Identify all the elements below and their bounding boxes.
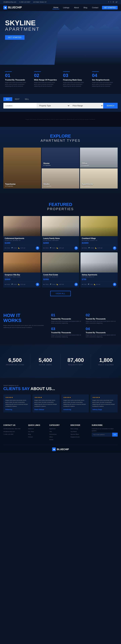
footer-cat-link-4[interactable]: Office (49, 436, 67, 438)
social-linkedin[interactable]: in (113, 1, 114, 3)
explore-title: EXPLORE APARTMENT TYPES (3, 134, 118, 142)
footer-cat-link-3[interactable]: Commercial (49, 433, 67, 435)
footer-cat-link-2[interactable]: Villa (49, 431, 67, 432)
apt-sub-townhome: 12 Properties (5, 185, 16, 187)
property-card-4[interactable]: FOR RENT Gorgeous Villa Bay 5 Bay Drive,… (3, 252, 41, 288)
prop-features-3: 🛏4 Beds 🚿3 Baths 📐3,100 sqft ❤ (82, 245, 116, 250)
footer: Contact Us 123 Business Ave, New York in… (0, 419, 121, 453)
prop-info-2: Luxury Family Home 22 Oak Street, Manhat… (42, 236, 79, 251)
footer-cat-link-5[interactable]: Condo (49, 439, 67, 440)
prop-info-5: Condo Real Estate 101 Park Ave, Bronx, N… (42, 272, 79, 288)
prop-favorite-2[interactable]: ❤ (74, 246, 78, 250)
prop-favorite-4[interactable]: ❤ (36, 283, 39, 286)
search-tab-sell[interactable]: Sell (22, 97, 32, 101)
stat-item-1: 6,500 Properties Listed (0, 354, 30, 369)
footer-disc-link-2[interactable]: Top Rated (70, 431, 88, 432)
feature-desc-4: Augue duis luctus accumsan lorem ipsum d… (92, 82, 116, 87)
prop-name-1: Cottonwood Apartments (5, 238, 39, 239)
subscribe-form: GO (92, 433, 118, 436)
testimonial-4: ★★★★★ Augue duis luctus accumsan lorem i… (90, 394, 118, 412)
prop-info-3: Creekland Village 89 Creek Rd, Queens, N… (80, 236, 118, 251)
nav-home[interactable]: Home (52, 6, 59, 9)
footer-disc-link-1[interactable]: New Listings (70, 428, 88, 430)
testimonial-1: ★★★★★ Augue duis luctus accumsan lorem i… (3, 394, 31, 412)
stat-item-3: 87,400 Requests Sent (61, 354, 91, 369)
search-type-select[interactable]: Property Type Apartment House Office (37, 103, 70, 108)
explore-title-line1: EXPLORE (3, 134, 118, 139)
social-twitter[interactable]: t (110, 1, 111, 3)
apt-card-studio[interactable]: Studio 15 Properties (42, 168, 79, 188)
prop-info-6: Salway Apartments 300 Salway Blvd, NJ $7… (80, 272, 118, 288)
social-facebook[interactable]: f (108, 1, 109, 3)
prop-sqft-2: 📐2,400 sqft (57, 247, 64, 249)
prop-features-2: 🛏3 Beds 🚿2 Baths 📐2,400 sqft ❤ (43, 245, 78, 250)
prop-favorite-6[interactable]: ❤ (113, 283, 116, 286)
prop-favorite-3[interactable]: ❤ (113, 246, 116, 250)
footer-quick-link-1[interactable]: About Us (28, 428, 46, 430)
properties-grid: FOR SALE Cottonwood Apartments 14 Birch … (3, 216, 118, 288)
prop-sqft-4: 📐4,500 sqft (18, 284, 25, 285)
prop-baths-2: 🚿2 Baths (50, 247, 56, 249)
search-button[interactable]: SEARCH (103, 103, 118, 108)
footer-quick-link-3[interactable]: Blog (28, 433, 46, 435)
footer-quick-link-4[interactable]: Contact (28, 436, 46, 438)
property-card-6[interactable]: FOR RENT Salway Apartments 300 Salway Bl… (80, 252, 118, 288)
logo[interactable]: ◆ BLUECHIP (3, 6, 22, 10)
search-tab-buy[interactable]: Buy (3, 97, 12, 101)
footer-grid: Contact Us 123 Business Ave, New York in… (3, 424, 118, 442)
hero-cta-button[interactable]: GET STARTED (5, 35, 25, 40)
subscribe-email-input[interactable] (92, 433, 112, 436)
footer-contact-addr: 123 Business Ave, New York (3, 428, 25, 430)
footer-subscribe-desc: Subscribe to our newsletter for latest u… (92, 428, 118, 432)
search-price-select[interactable]: Price Range $500 - $1000 $1000 - $2000 $… (70, 103, 103, 108)
apt-card-townhome[interactable]: Townhome 12 Properties (3, 148, 41, 188)
prop-name-6: Salway Apartments (82, 274, 116, 276)
apt-card-office[interactable]: Office 6 Properties (80, 148, 118, 168)
property-card-3[interactable]: FOR SALE Creekland Village 89 Creek Rd, … (80, 216, 118, 251)
stars-2: ★★★★★ (35, 396, 58, 398)
stars-1: ★★★★★ (5, 396, 29, 398)
apt-card-apartments[interactable]: Apartments 24 Properties (80, 168, 118, 188)
nav-about[interactable]: About (73, 6, 80, 9)
prop-beds-5: 🛏2 Beds (43, 284, 49, 285)
nav-contact[interactable]: Contact (91, 6, 99, 9)
apt-label-house: House (43, 162, 51, 164)
property-card-2[interactable]: HOT Luxury Family Home 22 Oak Street, Ma… (42, 216, 79, 251)
apt-sub-studio: 15 Properties (43, 185, 51, 187)
prop-baths-5: 🚿2 Baths (50, 284, 56, 285)
feature-item-4: 04 See Neighborhoods Augue duis luctus a… (90, 70, 118, 89)
nav-blog[interactable]: Blog (82, 6, 88, 9)
search-tab-rent[interactable]: Rent (12, 97, 22, 101)
testimonial-text-4: Augue duis luctus accumsan lorem ipsum d… (92, 399, 116, 407)
prop-beds-6: 🛏1 Bed (82, 284, 86, 285)
stars-4: ★★★★★ (92, 396, 116, 398)
subscribe-button[interactable]: GO (112, 433, 118, 436)
testimonial-text-1: Augue duis luctus accumsan lorem ipsum d… (5, 399, 29, 407)
footer-disc-link-4[interactable]: Neighborhoods (70, 436, 88, 438)
property-card-5[interactable]: FOR SALE Condo Real Estate 101 Park Ave,… (42, 252, 79, 288)
prop-favorite-1[interactable]: ❤ (36, 246, 39, 250)
prop-addr-4: 5 Bay Drive, Staten Island (5, 276, 39, 278)
property-card-1[interactable]: FOR SALE Cottonwood Apartments 14 Birch … (3, 216, 41, 251)
view-all-button[interactable]: VIEW ALL (50, 291, 71, 296)
footer-disc-link-3[interactable]: Special Offers (70, 433, 88, 435)
footer-quick-link-2[interactable]: Our Team (28, 431, 46, 432)
feature-line-2 (34, 72, 41, 72)
apt-sub-house: 8 Properties (43, 164, 51, 166)
search-location-input[interactable] (3, 103, 37, 108)
nav-listings[interactable]: Listings (62, 6, 70, 9)
testimonial-author-3: Armstrong (63, 409, 87, 410)
social-google[interactable]: g+ (116, 1, 118, 3)
prop-favorite-5[interactable]: ❤ (74, 283, 78, 286)
prop-price-1: $1400 (5, 242, 39, 244)
footer-cat-link-1[interactable]: Apartment (49, 428, 67, 430)
stars-3: ★★★★★ (63, 396, 87, 398)
how-desc-3: Augue duis luctus accumsan lorem ipsum d… (51, 334, 83, 338)
apt-card-house[interactable]: House 8 Properties (42, 148, 79, 168)
nav-cta-button[interactable]: GET STARTED (102, 6, 118, 10)
prop-beds-4: 🛏5 Beds (5, 284, 10, 285)
feature-num-4: 04 (92, 73, 116, 78)
feature-num-1: 01 (5, 73, 29, 78)
how-num-2: 02 (86, 313, 118, 317)
prop-beds-2: 🛏3 Beds (43, 247, 49, 249)
